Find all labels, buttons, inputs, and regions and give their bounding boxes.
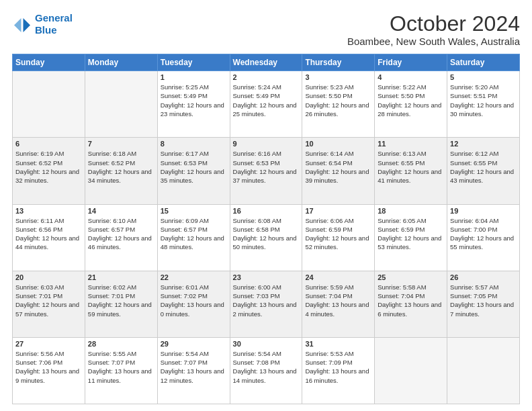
calendar-cell: 16Sunrise: 6:08 AMSunset: 6:58 PMDayligh…: [230, 204, 302, 271]
day-number: 4: [378, 73, 444, 81]
calendar-cell: 10Sunrise: 6:14 AMSunset: 6:54 PMDayligh…: [302, 138, 375, 204]
day-info: Sunrise: 6:18 AMSunset: 6:52 PMDaylight:…: [88, 149, 154, 185]
calendar-day-header: Saturday: [447, 54, 520, 71]
day-info: Sunrise: 6:13 AMSunset: 6:55 PMDaylight:…: [378, 149, 444, 185]
day-info: Sunrise: 6:12 AMSunset: 6:55 PMDaylight:…: [450, 149, 517, 185]
calendar-cell: 12Sunrise: 6:12 AMSunset: 6:55 PMDayligh…: [447, 138, 520, 204]
day-number: 13: [15, 207, 82, 215]
calendar-cell: 7Sunrise: 6:18 AMSunset: 6:52 PMDaylight…: [85, 138, 157, 204]
calendar-week-row: 6Sunrise: 6:19 AMSunset: 6:52 PMDaylight…: [13, 138, 520, 204]
calendar-cell: [13, 71, 85, 138]
day-number: 5: [450, 73, 517, 81]
calendar-cell: 5Sunrise: 5:20 AMSunset: 5:51 PMDaylight…: [447, 71, 520, 138]
calendar-cell: 4Sunrise: 5:22 AMSunset: 5:50 PMDaylight…: [375, 71, 447, 138]
day-info: Sunrise: 5:22 AMSunset: 5:50 PMDaylight:…: [378, 83, 444, 118]
day-info: Sunrise: 5:53 AMSunset: 7:09 PMDaylight:…: [305, 349, 371, 385]
main-title: October 2024: [347, 12, 520, 36]
calendar-day-header: Sunday: [13, 54, 85, 71]
calendar-cell: 17Sunrise: 6:06 AMSunset: 6:59 PMDayligh…: [302, 204, 375, 271]
day-info: Sunrise: 5:55 AMSunset: 7:07 PMDaylight:…: [88, 349, 154, 385]
day-number: 22: [161, 273, 227, 281]
day-info: Sunrise: 5:58 AMSunset: 7:04 PMDaylight:…: [378, 283, 444, 318]
day-info: Sunrise: 6:05 AMSunset: 6:59 PMDaylight:…: [378, 216, 444, 252]
day-number: 3: [305, 73, 371, 81]
day-info: Sunrise: 6:02 AMSunset: 7:01 PMDaylight:…: [88, 283, 154, 318]
page: General Blue October 2024 Boambee, New S…: [0, 0, 532, 411]
day-info: Sunrise: 6:16 AMSunset: 6:53 PMDaylight:…: [233, 149, 300, 185]
calendar-cell: 28Sunrise: 5:55 AMSunset: 7:07 PMDayligh…: [85, 337, 157, 404]
calendar-cell: 31Sunrise: 5:53 AMSunset: 7:09 PMDayligh…: [302, 337, 375, 404]
day-info: Sunrise: 5:24 AMSunset: 5:49 PMDaylight:…: [233, 83, 300, 118]
calendar-cell: 20Sunrise: 6:03 AMSunset: 7:01 PMDayligh…: [13, 271, 85, 337]
calendar-day-header: Friday: [375, 54, 447, 71]
calendar-cell: 29Sunrise: 5:54 AMSunset: 7:07 PMDayligh…: [157, 337, 230, 404]
day-info: Sunrise: 6:04 AMSunset: 7:00 PMDaylight:…: [450, 216, 517, 252]
svg-marker-1: [14, 18, 21, 32]
calendar-week-row: 1Sunrise: 5:25 AMSunset: 5:49 PMDaylight…: [13, 71, 520, 138]
logo: General Blue: [12, 12, 73, 36]
calendar-cell: 6Sunrise: 6:19 AMSunset: 6:52 PMDaylight…: [13, 138, 85, 204]
logo-text: General Blue: [35, 12, 73, 36]
day-info: Sunrise: 5:25 AMSunset: 5:49 PMDaylight:…: [161, 83, 227, 118]
day-number: 11: [378, 140, 444, 148]
day-number: 26: [450, 273, 517, 281]
calendar-cell: [447, 337, 520, 404]
day-number: 19: [450, 207, 517, 215]
calendar-week-row: 27Sunrise: 5:56 AMSunset: 7:06 PMDayligh…: [13, 337, 520, 404]
calendar-cell: 3Sunrise: 5:23 AMSunset: 5:50 PMDaylight…: [302, 71, 375, 138]
day-number: 16: [233, 207, 300, 215]
day-number: 28: [88, 340, 154, 348]
day-number: 27: [15, 340, 82, 348]
day-number: 23: [233, 273, 300, 281]
calendar-cell: 22Sunrise: 6:01 AMSunset: 7:02 PMDayligh…: [157, 271, 230, 337]
calendar-cell: 25Sunrise: 5:58 AMSunset: 7:04 PMDayligh…: [375, 271, 447, 337]
day-number: 14: [88, 207, 154, 215]
day-number: 8: [161, 140, 227, 148]
day-info: Sunrise: 6:14 AMSunset: 6:54 PMDaylight:…: [305, 149, 371, 185]
day-info: Sunrise: 6:17 AMSunset: 6:53 PMDaylight:…: [161, 149, 227, 185]
day-info: Sunrise: 5:56 AMSunset: 7:06 PMDaylight:…: [15, 349, 82, 385]
day-info: Sunrise: 6:09 AMSunset: 6:57 PMDaylight:…: [161, 216, 227, 252]
day-info: Sunrise: 5:20 AMSunset: 5:51 PMDaylight:…: [450, 83, 517, 118]
day-number: 1: [161, 73, 227, 81]
day-number: 24: [305, 273, 371, 281]
calendar-week-row: 20Sunrise: 6:03 AMSunset: 7:01 PMDayligh…: [13, 271, 520, 337]
day-info: Sunrise: 5:57 AMSunset: 7:05 PMDaylight:…: [450, 283, 517, 318]
day-info: Sunrise: 6:10 AMSunset: 6:57 PMDaylight:…: [88, 216, 154, 252]
logo-general: General: [35, 12, 73, 24]
calendar-day-header: Monday: [85, 54, 157, 71]
day-info: Sunrise: 6:19 AMSunset: 6:52 PMDaylight:…: [15, 149, 82, 185]
calendar-week-row: 13Sunrise: 6:11 AMSunset: 6:56 PMDayligh…: [13, 204, 520, 271]
calendar-day-header: Wednesday: [230, 54, 302, 71]
svg-marker-0: [24, 18, 31, 32]
day-info: Sunrise: 6:08 AMSunset: 6:58 PMDaylight:…: [233, 216, 300, 252]
day-info: Sunrise: 5:54 AMSunset: 7:08 PMDaylight:…: [233, 349, 300, 385]
calendar-cell: 8Sunrise: 6:17 AMSunset: 6:53 PMDaylight…: [157, 138, 230, 204]
day-info: Sunrise: 5:59 AMSunset: 7:04 PMDaylight:…: [305, 283, 371, 318]
calendar-cell: [85, 71, 157, 138]
day-number: 25: [378, 273, 444, 281]
calendar-cell: 18Sunrise: 6:05 AMSunset: 6:59 PMDayligh…: [375, 204, 447, 271]
calendar-cell: 24Sunrise: 5:59 AMSunset: 7:04 PMDayligh…: [302, 271, 375, 337]
calendar-cell: 13Sunrise: 6:11 AMSunset: 6:56 PMDayligh…: [13, 204, 85, 271]
calendar-cell: 15Sunrise: 6:09 AMSunset: 6:57 PMDayligh…: [157, 204, 230, 271]
calendar-table: SundayMondayTuesdayWednesdayThursdayFrid…: [12, 54, 520, 404]
logo-blue: Blue: [35, 24, 73, 36]
day-info: Sunrise: 6:03 AMSunset: 7:01 PMDaylight:…: [15, 283, 82, 318]
day-info: Sunrise: 6:06 AMSunset: 6:59 PMDaylight:…: [305, 216, 371, 252]
day-number: 20: [15, 273, 82, 281]
day-info: Sunrise: 5:23 AMSunset: 5:50 PMDaylight:…: [305, 83, 371, 118]
calendar-header-row: SundayMondayTuesdayWednesdayThursdayFrid…: [13, 54, 520, 71]
calendar-day-header: Tuesday: [157, 54, 230, 71]
calendar-cell: 19Sunrise: 6:04 AMSunset: 7:00 PMDayligh…: [447, 204, 520, 271]
title-block: October 2024 Boambee, New South Wales, A…: [347, 12, 520, 47]
day-number: 21: [88, 273, 154, 281]
calendar-day-header: Thursday: [302, 54, 375, 71]
calendar-cell: 26Sunrise: 5:57 AMSunset: 7:05 PMDayligh…: [447, 271, 520, 337]
calendar-cell: 27Sunrise: 5:56 AMSunset: 7:06 PMDayligh…: [13, 337, 85, 404]
day-info: Sunrise: 6:01 AMSunset: 7:02 PMDaylight:…: [161, 283, 227, 318]
day-number: 12: [450, 140, 517, 148]
day-info: Sunrise: 5:54 AMSunset: 7:07 PMDaylight:…: [161, 349, 227, 385]
day-number: 10: [305, 140, 371, 148]
calendar-cell: 1Sunrise: 5:25 AMSunset: 5:49 PMDaylight…: [157, 71, 230, 138]
